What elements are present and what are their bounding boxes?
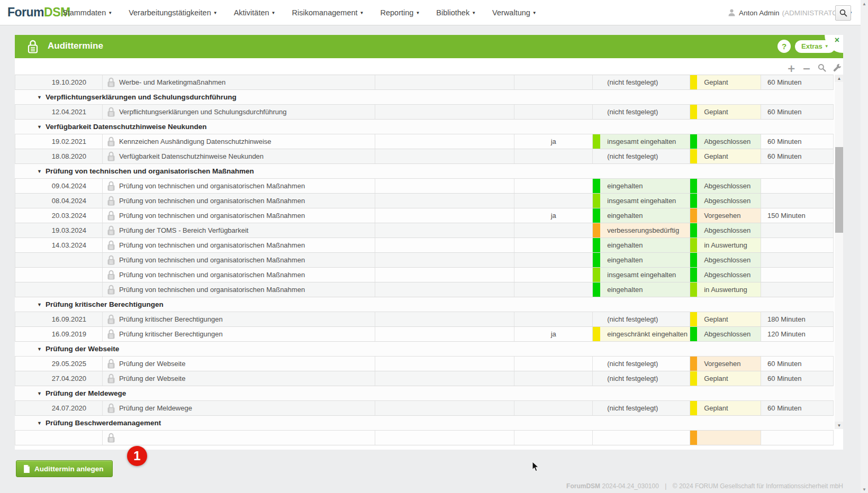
nav-menu-6[interactable]: Bibliothek▼ — [436, 8, 476, 17]
cell-result-value: eingehalten — [607, 182, 643, 190]
collapse-triangle-icon[interactable]: ▼ — [37, 302, 42, 307]
cell-duration-value: 60 Minuten — [767, 360, 801, 368]
help-button[interactable]: ? — [777, 40, 791, 53]
user-menu[interactable]: Anton Admin (ADMINISTRATOR) ▼ — [728, 0, 853, 25]
nav-menu-5[interactable]: Reporting▼ — [381, 8, 420, 17]
cell-description-value: Prüfung von technischen und organisatori… — [119, 256, 305, 264]
cell-description-value: Prüfung von technischen und organisatori… — [119, 241, 305, 249]
create-audit-button[interactable]: Audittermin anlegen — [16, 460, 113, 477]
table-row[interactable]: 08.04.2024Prüfung von technischen und or… — [15, 194, 834, 208]
table-scrollbar-thumb[interactable] — [835, 147, 843, 233]
cell-status-value: Abgeschlossen — [704, 138, 751, 145]
lock-icon — [107, 359, 115, 369]
cell-duration — [761, 238, 834, 252]
table-row[interactable]: Prüfung von technischen und organisatori… — [15, 253, 834, 268]
cell-date: 19.03.2024 — [15, 223, 103, 238]
cell-confirmed — [514, 357, 593, 371]
table-row[interactable]: 29.05.2025Prüfung der Webseite(nicht fes… — [15, 357, 834, 371]
group-row[interactable]: ▼Prüfung der Webseite — [15, 342, 834, 357]
cell-date: 09.04.2024 — [15, 179, 103, 193]
table-row[interactable]: 19.03.2024Prüfung der TOMS - Bereich Ver… — [15, 223, 834, 238]
cell-description: Prüfung von technischen und organisatori… — [103, 194, 375, 208]
cell-status-value: Abgeschlossen — [704, 182, 751, 190]
collapse-triangle-icon[interactable]: ▼ — [37, 95, 42, 100]
collapse-triangle-icon[interactable]: ▼ — [37, 421, 42, 426]
cell-result: verbesserungsbedürftig — [593, 223, 690, 238]
cell-confirmed — [514, 238, 593, 252]
cell-status: Abgeschlossen — [690, 253, 761, 267]
scroll-up-icon[interactable]: ▲ — [861, 0, 868, 7]
group-row[interactable]: ▼Verpflichtungserklärungen und Schulungs… — [15, 90, 834, 105]
cell-date — [15, 282, 103, 297]
status-color-bar — [690, 253, 697, 267]
cell-result-value: (nicht festgelegt) — [607, 152, 658, 160]
cell-confirmed — [514, 179, 593, 193]
zoom-icon[interactable] — [818, 63, 826, 72]
table-row[interactable]: 27.04.2020Prüfung der Webseite(nicht fes… — [15, 371, 834, 386]
nav-menu-4[interactable]: Risikomanagement▼ — [292, 8, 364, 17]
table-row[interactable]: Prüfung von technischen und organisatori… — [15, 282, 834, 297]
cell-date-value: 09.04.2024 — [52, 182, 86, 190]
table-row[interactable]: 12.04.2021Verpflichtungserklärungen und … — [15, 105, 834, 120]
lock-icon — [107, 329, 115, 340]
cell-duration: 60 Minuten — [761, 134, 834, 149]
status-color-bar — [690, 357, 697, 371]
status-color-bar — [690, 208, 697, 223]
cell-status: Abgeschlossen — [690, 179, 761, 193]
table-row[interactable]: 16.09.2021Prüfung kritischer Berechtigun… — [15, 312, 834, 327]
table-row[interactable] — [15, 431, 834, 445]
table-row[interactable]: 20.03.2024Prüfung von technischen und or… — [15, 208, 834, 223]
add-icon[interactable]: + — [787, 64, 795, 72]
global-search-button[interactable] — [835, 5, 851, 21]
table-row[interactable]: 16.09.2019Prüfung kritischer Berechtigun… — [15, 327, 834, 342]
lock-icon — [107, 136, 115, 147]
group-row[interactable]: ▼Prüfung der Meldewege — [15, 386, 834, 401]
cell-status: Abgeschlossen — [690, 194, 761, 208]
nav-menu-1[interactable]: Stammdaten▼ — [62, 8, 112, 17]
app-logo[interactable]: ForumDSM — [7, 5, 70, 20]
nav-menu-2[interactable]: Verarbeitungstätigkeiten▼ — [129, 8, 218, 17]
cell-date-value: 16.09.2019 — [52, 330, 86, 338]
table-row[interactable]: 19.10.2020Werbe- und Marketingmaßnahmen(… — [15, 75, 834, 90]
group-row[interactable]: ▼Prüfung von technischen und organisator… — [15, 164, 834, 179]
table-row[interactable]: Prüfung von technischen und organisatori… — [15, 268, 834, 282]
nav-menu-7[interactable]: Verwaltung▼ — [492, 8, 537, 17]
scroll-down-icon[interactable]: ▼ — [861, 486, 868, 493]
table-row[interactable]: 19.02.2021Kennzeichen Aushändigung Daten… — [15, 134, 834, 149]
table-row[interactable]: 14.03.2024Prüfung von technischen und or… — [15, 238, 834, 253]
nav-menu-3[interactable]: Aktivitäten▼ — [234, 8, 276, 17]
cell-date: 19.10.2020 — [15, 75, 103, 89]
cell-description — [103, 431, 375, 445]
table-row[interactable]: 18.08.2020Verfügbarkeit Datenschutzhinwe… — [15, 149, 834, 164]
lock-icon — [107, 181, 115, 191]
collapse-triangle-icon[interactable]: ▼ — [37, 124, 42, 130]
chevron-down-icon: ▼ — [532, 11, 537, 15]
cell-result: (nicht festgelegt) — [593, 312, 690, 326]
table-scroll-up-icon[interactable]: ▲ — [835, 75, 843, 82]
table-scrollbar[interactable]: ▲ ▼ — [835, 75, 843, 429]
group-row[interactable]: ▼Verfügbarkeit Datenschutzhinweise Neuku… — [15, 120, 834, 134]
lock-icon — [107, 373, 115, 384]
table-row[interactable]: 24.07.2020Prüfung der Meldewege(nicht fe… — [15, 401, 834, 416]
status-color-bar — [593, 282, 600, 297]
table-row[interactable]: 09.04.2024Prüfung von technischen und or… — [15, 179, 834, 194]
cell-description: Prüfung der TOMS - Bereich Verfügbarkeit — [103, 223, 375, 238]
collapse-triangle-icon[interactable]: ▼ — [37, 169, 42, 174]
cell-status-value: Geplant — [704, 78, 728, 86]
user-name: Anton Admin — [739, 9, 780, 17]
cell-description-value: Verfügbarkeit Datenschutzhinweise Neukun… — [119, 152, 264, 160]
page-scrollbar[interactable]: ▲ ▼ — [861, 0, 868, 493]
collapse-triangle-icon[interactable]: ▼ — [37, 391, 42, 396]
cell-duration-value: 60 Minuten — [767, 404, 801, 412]
group-row[interactable]: ▼Prüfung kritischer Berechtigungen — [15, 297, 834, 312]
cell-empty — [375, 253, 515, 267]
wrench-icon[interactable] — [833, 63, 842, 72]
remove-icon[interactable]: − — [802, 64, 811, 72]
group-row[interactable]: ▼Prüfung Beschwerdemanagement — [15, 416, 834, 431]
cell-description-value: Werbe- und Marketingmaßnahmen — [119, 78, 225, 86]
collapse-triangle-icon[interactable]: ▼ — [37, 346, 42, 352]
cell-date: 16.09.2019 — [15, 327, 103, 341]
table-scroll-down-icon[interactable]: ▼ — [835, 422, 843, 429]
nav-menu-label: Aktivitäten — [234, 8, 269, 17]
cell-date: 08.04.2024 — [15, 194, 103, 208]
